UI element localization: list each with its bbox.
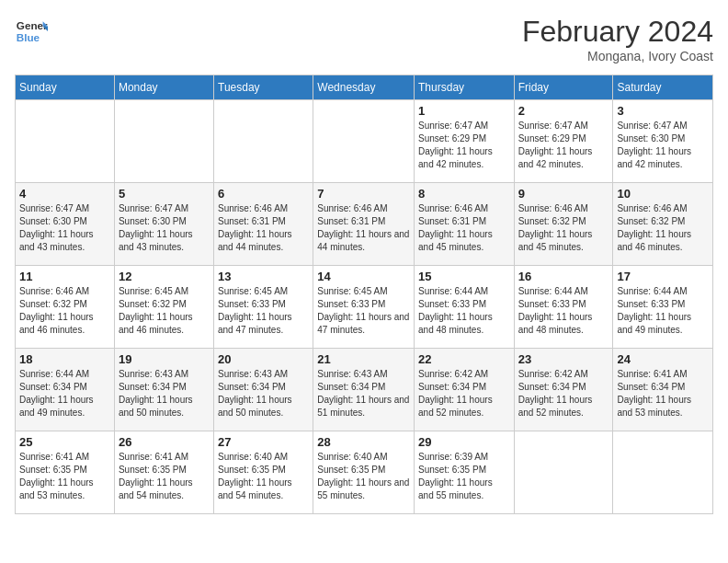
day-info: Sunrise: 6:44 AM Sunset: 6:33 PM Dayligh… [518,285,609,337]
day-info: Sunrise: 6:45 AM Sunset: 6:32 PM Dayligh… [119,285,210,337]
calendar-body: 1Sunrise: 6:47 AM Sunset: 6:29 PM Daylig… [16,100,713,514]
calendar-cell: 10Sunrise: 6:46 AM Sunset: 6:32 PM Dayli… [613,183,713,266]
day-header-saturday: Saturday [613,75,713,100]
day-number: 5 [119,187,210,201]
day-number: 13 [218,270,309,283]
day-number: 28 [317,435,410,449]
calendar-cell: 24Sunrise: 6:41 AM Sunset: 6:34 PM Dayli… [613,349,713,431]
day-info: Sunrise: 6:46 AM Sunset: 6:31 PM Dayligh… [317,202,410,254]
day-number: 20 [218,352,309,366]
day-info: Sunrise: 6:47 AM Sunset: 6:30 PM Dayligh… [19,202,110,254]
day-info: Sunrise: 6:46 AM Sunset: 6:32 PM Dayligh… [617,202,709,254]
calendar-cell: 22Sunrise: 6:42 AM Sunset: 6:34 PM Dayli… [415,349,515,431]
calendar-cell: 4Sunrise: 6:47 AM Sunset: 6:30 PM Daylig… [16,183,115,266]
calendar-cell: 9Sunrise: 6:46 AM Sunset: 6:32 PM Daylig… [514,183,613,266]
calendar-cell: 7Sunrise: 6:46 AM Sunset: 6:31 PM Daylig… [313,183,415,266]
day-info: Sunrise: 6:43 AM Sunset: 6:34 PM Dayligh… [119,368,210,419]
calendar-cell: 23Sunrise: 6:42 AM Sunset: 6:34 PM Dayli… [514,349,613,431]
day-info: Sunrise: 6:44 AM Sunset: 6:34 PM Dayligh… [19,368,110,419]
day-info: Sunrise: 6:46 AM Sunset: 6:31 PM Dayligh… [418,202,510,254]
page-header: General Blue February 2024 Mongana, Ivor… [15,15,713,63]
calendar-cell: 26Sunrise: 6:41 AM Sunset: 6:35 PM Dayli… [114,431,213,514]
day-info: Sunrise: 6:42 AM Sunset: 6:34 PM Dayligh… [418,368,510,419]
day-number: 29 [418,435,510,449]
day-number: 22 [418,352,510,366]
day-number: 23 [518,352,609,366]
day-info: Sunrise: 6:43 AM Sunset: 6:34 PM Dayligh… [218,368,309,419]
logo-icon: General Blue [15,15,48,48]
calendar-cell: 2Sunrise: 6:47 AM Sunset: 6:29 PM Daylig… [514,100,613,183]
calendar-table: SundayMondayTuesdayWednesdayThursdayFrid… [15,75,713,514]
calendar-cell: 16Sunrise: 6:44 AM Sunset: 6:33 PM Dayli… [514,266,613,349]
svg-text:Blue: Blue [17,31,40,43]
calendar-cell: 1Sunrise: 6:47 AM Sunset: 6:29 PM Daylig… [415,100,515,183]
day-number: 21 [317,352,410,366]
day-info: Sunrise: 6:47 AM Sunset: 6:29 PM Dayligh… [518,120,609,171]
calendar-cell: 27Sunrise: 6:40 AM Sunset: 6:35 PM Dayli… [214,431,313,514]
day-info: Sunrise: 6:47 AM Sunset: 6:30 PM Dayligh… [617,120,709,171]
calendar-week-4: 18Sunrise: 6:44 AM Sunset: 6:34 PM Dayli… [16,349,713,431]
day-number: 19 [119,352,210,366]
logo: General Blue [15,15,48,48]
calendar-cell: 15Sunrise: 6:44 AM Sunset: 6:33 PM Dayli… [415,266,515,349]
calendar-cell: 17Sunrise: 6:44 AM Sunset: 6:33 PM Dayli… [613,266,713,349]
day-number: 1 [418,104,510,118]
day-info: Sunrise: 6:42 AM Sunset: 6:34 PM Dayligh… [518,368,609,419]
day-info: Sunrise: 6:44 AM Sunset: 6:33 PM Dayligh… [617,285,709,337]
day-number: 11 [19,270,110,283]
day-number: 10 [617,187,709,201]
day-number: 27 [218,435,309,449]
day-header-sunday: Sunday [16,75,115,100]
calendar-week-3: 11Sunrise: 6:46 AM Sunset: 6:32 PM Dayli… [16,266,713,349]
title-block: February 2024 Mongana, Ivory Coast [522,15,713,63]
day-number: 26 [119,435,210,449]
calendar-cell: 5Sunrise: 6:47 AM Sunset: 6:30 PM Daylig… [114,183,213,266]
day-header-friday: Friday [514,75,613,100]
day-number: 18 [19,352,110,366]
day-info: Sunrise: 6:41 AM Sunset: 6:34 PM Dayligh… [617,368,709,419]
calendar-cell [613,431,713,514]
calendar-cell [114,100,213,183]
day-number: 8 [418,187,510,201]
day-header-wednesday: Wednesday [313,75,415,100]
day-header-thursday: Thursday [415,75,515,100]
calendar-cell: 3Sunrise: 6:47 AM Sunset: 6:30 PM Daylig… [613,100,713,183]
calendar-cell: 14Sunrise: 6:45 AM Sunset: 6:33 PM Dayli… [313,266,415,349]
calendar-subtitle: Mongana, Ivory Coast [522,49,713,63]
calendar-cell: 6Sunrise: 6:46 AM Sunset: 6:31 PM Daylig… [214,183,313,266]
day-number: 6 [218,187,309,201]
day-info: Sunrise: 6:45 AM Sunset: 6:33 PM Dayligh… [317,285,410,337]
calendar-cell: 20Sunrise: 6:43 AM Sunset: 6:34 PM Dayli… [214,349,313,431]
day-number: 2 [518,104,609,118]
calendar-cell: 13Sunrise: 6:45 AM Sunset: 6:33 PM Dayli… [214,266,313,349]
calendar-cell: 19Sunrise: 6:43 AM Sunset: 6:34 PM Dayli… [114,349,213,431]
day-info: Sunrise: 6:41 AM Sunset: 6:35 PM Dayligh… [19,451,110,502]
day-number: 14 [317,270,410,283]
calendar-cell: 28Sunrise: 6:40 AM Sunset: 6:35 PM Dayli… [313,431,415,514]
calendar-cell [16,100,115,183]
calendar-header-row: SundayMondayTuesdayWednesdayThursdayFrid… [16,75,713,100]
day-info: Sunrise: 6:47 AM Sunset: 6:29 PM Dayligh… [418,120,510,171]
calendar-cell: 11Sunrise: 6:46 AM Sunset: 6:32 PM Dayli… [16,266,115,349]
day-info: Sunrise: 6:44 AM Sunset: 6:33 PM Dayligh… [418,285,510,337]
day-number: 12 [119,270,210,283]
calendar-cell [514,431,613,514]
day-number: 9 [518,187,609,201]
day-info: Sunrise: 6:45 AM Sunset: 6:33 PM Dayligh… [218,285,309,337]
calendar-cell: 29Sunrise: 6:39 AM Sunset: 6:35 PM Dayli… [415,431,515,514]
day-info: Sunrise: 6:46 AM Sunset: 6:31 PM Dayligh… [218,202,309,254]
day-number: 4 [19,187,110,201]
day-info: Sunrise: 6:46 AM Sunset: 6:32 PM Dayligh… [518,202,609,254]
day-info: Sunrise: 6:43 AM Sunset: 6:34 PM Dayligh… [317,368,410,419]
day-info: Sunrise: 6:40 AM Sunset: 6:35 PM Dayligh… [317,451,410,502]
day-info: Sunrise: 6:40 AM Sunset: 6:35 PM Dayligh… [218,451,309,502]
calendar-cell [214,100,313,183]
calendar-title: February 2024 [522,15,713,49]
day-number: 17 [617,270,709,283]
day-header-tuesday: Tuesday [214,75,313,100]
calendar-cell: 18Sunrise: 6:44 AM Sunset: 6:34 PM Dayli… [16,349,115,431]
day-number: 16 [518,270,609,283]
day-number: 7 [317,187,410,201]
day-info: Sunrise: 6:39 AM Sunset: 6:35 PM Dayligh… [418,451,510,502]
day-header-monday: Monday [114,75,213,100]
